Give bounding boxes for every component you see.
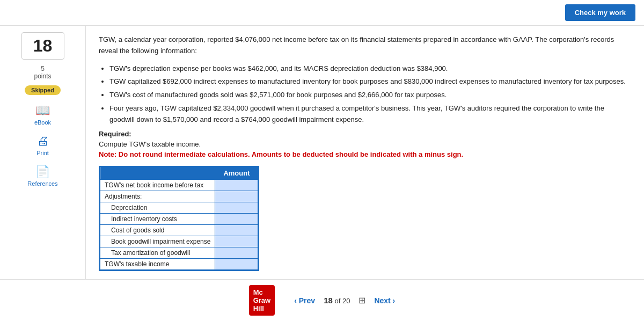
points-text: points xyxy=(34,72,51,80)
top-bar: Check my work xyxy=(0,0,644,26)
print-label: Print xyxy=(36,150,49,156)
references-label: References xyxy=(27,180,57,187)
main-layout: 18 5 points Skipped 📖 eBook 🖨 Print 📄 Re… xyxy=(0,26,644,279)
input-net-income[interactable] xyxy=(219,181,253,189)
row-input-indirect-inventory[interactable] xyxy=(215,213,258,224)
sidebar-item-references[interactable]: 📄 References xyxy=(27,165,57,187)
col-header-label xyxy=(100,167,215,180)
current-page: 18 xyxy=(324,296,333,305)
col-header-amount: Amount xyxy=(215,167,258,180)
points-label: 5 points xyxy=(34,65,51,80)
ebook-label: eBook xyxy=(34,119,51,126)
row-label-indirect-inventory: Indirect inventory costs xyxy=(100,213,215,224)
total-pages: 20 xyxy=(342,297,350,305)
input-goodwill-impairment[interactable] xyxy=(219,238,253,245)
row-label-cost-goods-sold: Cost of goods sold xyxy=(100,224,215,236)
logo-line2: Graw xyxy=(253,296,271,304)
print-icon: 🖨 xyxy=(37,134,49,148)
sidebar-item-ebook[interactable]: 📖 eBook xyxy=(34,104,51,126)
mcgraw-hill-logo: Mc Graw Hill xyxy=(249,285,275,316)
table-row-tax-amortization: Tax amortization of goodwill xyxy=(100,247,258,258)
bullet-4: Four years ago, TGW capitalized $2,334,0… xyxy=(109,103,631,126)
row-input-taxable-income[interactable] xyxy=(215,258,258,269)
row-input-depreciation[interactable] xyxy=(215,202,258,213)
adjustments-table-container: Amount TGW's net book income before tax … xyxy=(99,166,259,271)
content-area: TGW, a calendar year corporation, report… xyxy=(86,26,644,279)
row-input-net-income[interactable] xyxy=(215,179,258,191)
problem-intro: TGW, a calendar year corporation, report… xyxy=(99,34,631,57)
row-label-adjustments: Adjustments: xyxy=(100,191,215,202)
grid-icon[interactable]: ⊞ xyxy=(358,295,365,305)
adjustments-table: Amount TGW's net book income before tax … xyxy=(100,167,258,270)
points-value: 5 xyxy=(41,65,45,72)
input-taxable-income[interactable] xyxy=(219,260,253,268)
logo-line1: Mc xyxy=(253,288,271,296)
input-indirect-inventory[interactable] xyxy=(219,215,253,223)
question-number: 18 xyxy=(21,32,64,60)
table-row-goodwill-impairment: Book goodwill impairment expense xyxy=(100,236,258,247)
row-input-goodwill-impairment[interactable] xyxy=(215,236,258,247)
logo-line3: Hill xyxy=(253,304,271,312)
row-label-tax-amortization: Tax amortization of goodwill xyxy=(100,247,215,258)
compute-text: Compute TGW's taxable income. xyxy=(99,140,631,148)
skipped-badge: Skipped xyxy=(25,85,61,95)
page-indicator: 18 of 20 xyxy=(324,296,350,305)
row-input-cost-goods-sold[interactable] xyxy=(215,224,258,236)
row-label-goodwill-impairment: Book goodwill impairment expense xyxy=(100,236,215,247)
next-button[interactable]: Next › xyxy=(374,296,395,305)
note-text: Note: Do not round intermediate calculat… xyxy=(99,150,631,158)
row-label-taxable-income: TGW's taxable income xyxy=(100,258,215,269)
ebook-icon: 📖 xyxy=(35,104,50,118)
table-row-indirect-inventory: Indirect inventory costs xyxy=(100,213,258,224)
row-input-tax-amortization[interactable] xyxy=(215,247,258,258)
table-row-adjustments-header: Adjustments: xyxy=(100,191,258,202)
table-row-depreciation: Depreciation xyxy=(100,202,258,213)
input-cost-goods-sold[interactable] xyxy=(219,227,253,234)
sidebar-item-print[interactable]: 🖨 Print xyxy=(36,134,49,156)
row-input-adjustments-empty xyxy=(215,191,258,202)
check-my-work-button[interactable]: Check my work xyxy=(565,4,635,21)
table-row-taxable-income: TGW's taxable income xyxy=(100,258,258,269)
bullet-3: TGW's cost of manufactured goods sold wa… xyxy=(109,90,631,101)
of-label: of xyxy=(334,297,340,305)
references-icon: 📄 xyxy=(35,165,50,179)
bullet-1: TGW's depreciation expense per books was… xyxy=(109,63,631,75)
bullet-2: TGW capitalized $692,000 indirect expens… xyxy=(109,76,631,87)
sidebar: 18 5 points Skipped 📖 eBook 🖨 Print 📄 Re… xyxy=(0,26,86,279)
input-tax-amortization[interactable] xyxy=(219,249,253,257)
prev-button[interactable]: ‹ Prev xyxy=(294,296,315,305)
bottom-bar: Mc Graw Hill ‹ Prev 18 of 20 ⊞ Next › xyxy=(0,279,644,321)
row-label-net-income: TGW's net book income before tax xyxy=(100,179,215,191)
required-label: Required: xyxy=(99,130,631,138)
bullet-list: TGW's depreciation expense per books was… xyxy=(109,63,631,126)
row-label-depreciation: Depreciation xyxy=(100,202,215,213)
input-depreciation[interactable] xyxy=(219,204,253,211)
table-row: TGW's net book income before tax xyxy=(100,179,258,191)
table-row-cost-goods-sold: Cost of goods sold xyxy=(100,224,258,236)
